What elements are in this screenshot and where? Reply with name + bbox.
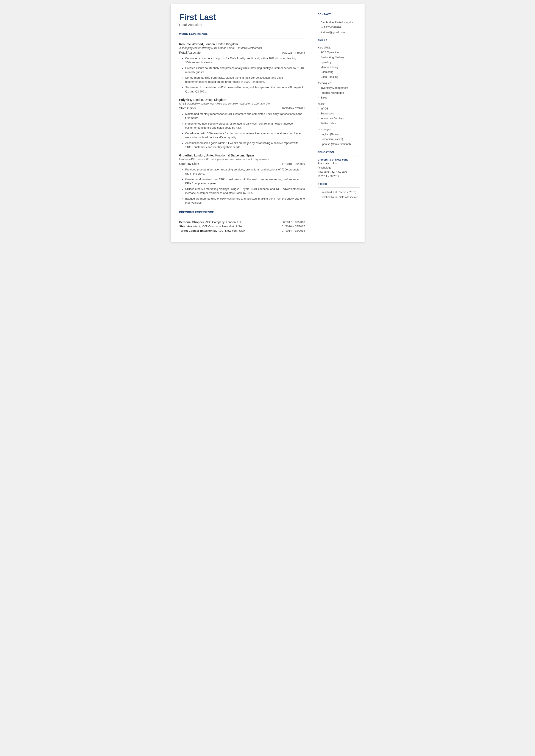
bullet-3-2: Greeted and received over 2100+ customer… [182, 177, 305, 186]
bullet-1-3: Sorted merchandise from racks, placed th… [182, 75, 305, 85]
left-column: First Last Retail Associate WORK EXPERIE… [171, 4, 313, 242]
hard-skill-5: Cashiering [318, 70, 360, 74]
hard-skill-4: Merchandising [318, 65, 360, 70]
work-entry-3: Growthsi, London, United Kingdom & Barce… [179, 154, 305, 206]
education-header: EDUCATION [318, 151, 360, 154]
contact-header: CONTACT [318, 13, 360, 16]
other-list: Smashed KPI Records (2018) Certified Ret… [318, 190, 360, 200]
prev-exp-bold-2: Shop Assistant, [179, 225, 201, 228]
bullet-2-3: Coordinated with 300+ vendors for discou… [182, 130, 305, 140]
bullet-3-1: Provided prompt information regarding se… [182, 167, 305, 177]
prev-exp-rest-1: ABC Company, London, UK [205, 220, 241, 224]
bullet-list-3: Provided prompt information regarding se… [182, 167, 305, 206]
hard-skill-2: Restocking Shelves [318, 55, 360, 60]
company-desc-2: NYSE-listed 2M+ square-foot mixed-use co… [179, 102, 305, 105]
pe-divider [179, 217, 305, 217]
bullet-2-1: Maintained monthly records for 3400+ cus… [182, 111, 305, 121]
prev-exp-row-2: Shop Assistant, XYZ Company, New York, U… [179, 225, 305, 228]
hard-skill-1: POS Operation [318, 50, 360, 55]
job-dates-1: 08/2021 – Present [282, 51, 305, 54]
contact-item-2: +44 1234567890 [318, 25, 360, 30]
languages-list: English (Native) Romanian (Native) Spani… [318, 132, 360, 147]
bullet-1-4: Succeeded in maintaining a 47% cross-sel… [182, 85, 305, 95]
other-item-1: Smashed KPI Records (2018) [318, 190, 360, 195]
job-dates-3: 11/2018 – 09/2019 [282, 162, 305, 165]
bullet-1-2: Greeted clients courteously and professi… [182, 65, 305, 75]
language-1: English (Native) [318, 132, 360, 137]
bullet-3-4: Bagged the merchandise of 560+ customers… [182, 196, 305, 206]
prev-exp-row-3: Target Cashier (Internship), ABC, New Yo… [179, 229, 305, 232]
bullet-1-1: Convinced customers to sign up for RW's … [182, 56, 305, 65]
language-3: Spanish (Conversational) [318, 142, 360, 147]
contact-list: Cambridge, United Kingdom +44 1234567890… [318, 20, 360, 35]
technique-2: Product Knowledge [318, 91, 360, 96]
company-name-1: Resume Worded, London, United Kingdom [179, 42, 305, 46]
tool-1: mPOS [318, 106, 360, 111]
prev-exp-rest-2: XYZ Company, New York, USA [201, 225, 242, 228]
company-loc-3: London, United Kingdom & Barcelona, Spai… [194, 154, 254, 157]
prev-exp-table: Personal Shopper, ABC Company, London, U… [179, 220, 305, 232]
bullet-list-1: Convinced customers to sign up for RW's … [182, 56, 305, 95]
other-header: OTHER [318, 183, 360, 186]
hard-skill-3: Upselling [318, 60, 360, 65]
work-entry-1: Resume Worded, London, United Kingdom A … [179, 42, 305, 95]
prev-exp-dates-1: 06/2017 – 10/2018 [282, 220, 305, 224]
we-divider [179, 39, 305, 39]
candidate-name: First Last [179, 13, 305, 22]
prev-exp-bold-1: Personal Shopper, [179, 220, 205, 224]
other-divider [318, 187, 360, 188]
work-experience-header: WORK EXPERIENCE [179, 33, 305, 36]
job-role-3: Courtesy Clerk [179, 162, 199, 165]
prev-exp-rest-3: ABC, New York, USA [217, 229, 245, 232]
edu-degree: Associate of Arts [318, 161, 360, 165]
resume-document: First Last Retail Associate WORK EXPERIE… [171, 4, 365, 242]
prev-exp-row-1: Personal Shopper, ABC Company, London, U… [179, 220, 305, 224]
candidate-title: Retail Associate [179, 23, 305, 26]
job-dates-2: 10/2019 – 07/2021 [282, 107, 305, 110]
hard-skills-label: Hard Skills: [318, 46, 360, 49]
name-section: First Last Retail Associate [179, 13, 305, 26]
work-entry-2: Polyhire, London, United Kingdom NYSE-li… [179, 98, 305, 150]
right-column: CONTACT Cambridge, United Kingdom +44 12… [313, 4, 365, 242]
job-row-1: Retail Associate 08/2021 – Present [179, 51, 305, 54]
other-item-2: Certified Retail Sales Associate [318, 195, 360, 200]
job-row-2: Store Officer 10/2019 – 07/2021 [179, 106, 305, 110]
technique-3: Sales [318, 95, 360, 100]
company-desc-1: A shopping center offering 600+ brands a… [179, 46, 305, 49]
edu-location: New York City, New York [318, 170, 360, 174]
bullet-list-2: Maintained monthly records for 3400+ cus… [182, 111, 305, 150]
bullet-2-4: Accomplished sales goals within 11 weeks… [182, 140, 305, 150]
technique-1: Inventory Management [318, 86, 360, 91]
education-divider [318, 155, 360, 156]
company-loc-1: London, United Kingdom [205, 42, 238, 46]
techniques-list: Inventory Management Product Knowledge S… [318, 86, 360, 100]
contact-item-3: first.last@gmail.com [318, 30, 360, 35]
edu-field: Psychology [318, 165, 360, 170]
tools-label: Tools: [318, 102, 360, 105]
prev-exp-left-2: Shop Assistant, XYZ Company, New York, U… [179, 225, 242, 228]
company-name-2: Polyhire, London, United Kingdom [179, 98, 305, 102]
language-2: Romanian (Native) [318, 137, 360, 142]
techniques-label: Techniques: [318, 82, 360, 85]
tool-4: Walkie Talkie [318, 121, 360, 126]
company-desc-3: Features 400+ stores, 80+ dining options… [179, 158, 305, 161]
company-bold-1: Resume Worded, [179, 42, 204, 46]
skills-header: SKILLS [318, 39, 360, 42]
tool-3: Interactive Displays [318, 116, 360, 121]
tools-list: mPOS Smart keys Interactive Displays Wal… [318, 106, 360, 126]
company-bold-2: Polyhire, [179, 98, 192, 101]
prev-exp-left-1: Personal Shopper, ABC Company, London, U… [179, 220, 241, 224]
contact-item-1: Cambridge, United Kingdom [318, 20, 360, 25]
edu-dates: 10/2011 - 06/2014 [318, 174, 360, 179]
company-loc-2: London, United Kingdom [193, 98, 226, 101]
prev-exp-left-3: Target Cashier (Internship), ABC, New Yo… [179, 229, 245, 232]
prev-exp-bold-3: Target Cashier (Internship), [179, 229, 217, 232]
bullet-3-3: Utilized creative marketing displays usi… [182, 186, 305, 196]
bullet-2-2: Implemented new security procedures rela… [182, 121, 305, 130]
hard-skills-list: POS Operation Restocking Shelves Upselli… [318, 50, 360, 79]
languages-label: Languages: [318, 128, 360, 131]
edu-school: University of New York [318, 158, 360, 161]
hard-skill-6: Cash Handling [318, 74, 360, 79]
prev-exp-dates-3: 07/2014 – 12/2015 [282, 229, 305, 232]
job-row-3: Courtesy Clerk 11/2018 – 09/2019 [179, 162, 305, 165]
